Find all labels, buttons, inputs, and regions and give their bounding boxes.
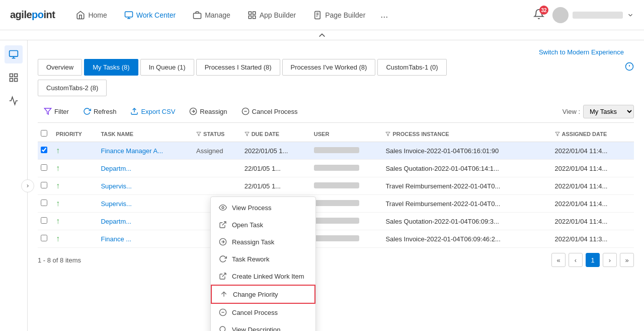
sidebar — [0, 40, 28, 331]
context-item-view-process[interactable]: View Process — [211, 199, 315, 216]
export-csv-button[interactable]: Export CSV — [124, 104, 181, 118]
table-row: ↑ Finance Manager A... Assigned 2022/01/… — [38, 142, 634, 160]
grid-icon-sidebar — [9, 73, 19, 83]
notification-badge: 32 — [539, 6, 548, 15]
sidebar-item-workcenter[interactable] — [5, 45, 23, 63]
tab-customtabs1[interactable]: CustomTabs-1 (0) — [377, 59, 446, 76]
collapse-handle[interactable] — [0, 30, 644, 40]
assigned-date-cell-5: 2022/01/04 11:3... — [552, 230, 634, 248]
tab-processes-worked[interactable]: Processes I've Worked (8) — [282, 59, 376, 76]
context-item-label-view-process: View Process — [232, 204, 272, 212]
external-link-icon — [219, 221, 227, 229]
nav-appbuilder[interactable]: App Builder — [242, 8, 302, 23]
context-item-reassign-task[interactable]: Reassign Task — [211, 233, 315, 250]
select-all-checkbox[interactable] — [41, 130, 47, 137]
tab-mytasks[interactable]: My Tasks (8) — [84, 59, 138, 76]
user-cell-4 — [311, 213, 383, 230]
context-item-create-linked[interactable]: Create Linked Work Item — [211, 268, 315, 285]
chevron-right-icon — [25, 183, 30, 188]
reassign-button[interactable]: Reassign — [183, 104, 233, 118]
task-link-2[interactable]: Supervis... — [101, 182, 131, 190]
row-checkbox-3[interactable] — [41, 200, 47, 206]
filter-button[interactable]: Filter — [38, 104, 75, 118]
svg-rect-6 — [249, 16, 251, 18]
context-item-change-priority[interactable]: Change Priority — [211, 285, 315, 304]
notifications-button[interactable]: 32 — [533, 9, 544, 21]
home-icon — [76, 11, 85, 20]
briefcase-icon — [193, 11, 202, 20]
nav-pagebuilder[interactable]: Page Builder — [307, 8, 371, 23]
top-nav: agilepoint Home Work Center Manage App B… — [0, 0, 644, 30]
task-link-4[interactable]: Departm... — [101, 218, 131, 225]
tab-processes-started[interactable]: Processes I Started (8) — [196, 59, 280, 76]
tab-overview[interactable]: Overview — [38, 59, 82, 76]
svg-marker-28 — [197, 132, 201, 136]
nav-workcenter[interactable]: Work Center — [118, 8, 182, 23]
priority-cell-0: ↑ — [53, 142, 98, 160]
content-area: Switch to Modern Experience Overview My … — [28, 40, 644, 331]
tab-customtabs2[interactable]: CustomTabs-2 (8) — [38, 80, 107, 96]
tab-info-icon[interactable] — [625, 62, 634, 73]
svg-marker-29 — [245, 132, 249, 136]
page-1-button[interactable]: 1 — [586, 253, 600, 267]
context-item-label-cancel-process: Cancel Process — [232, 309, 278, 316]
sidebar-toggle-button[interactable] — [21, 179, 34, 192]
context-item-cancel-process[interactable]: Cancel Process — [211, 304, 315, 321]
process-cell-4: Sales Quotation-2022-01-04T06:09:3... — [382, 213, 551, 230]
description-icon — [219, 325, 227, 331]
monitor-icon — [124, 11, 133, 20]
reassign-icon — [189, 107, 197, 115]
row-checkbox-1[interactable] — [41, 164, 47, 171]
filter-assigned-icon — [555, 131, 560, 137]
svg-line-33 — [222, 222, 226, 225]
main-layout: Switch to Modern Experience Overview My … — [0, 40, 644, 331]
process-cell-1: Sales Quotation-2022-01-04T06:14:1... — [382, 160, 551, 177]
due-date-cell-2: 22/01/05 1... — [242, 177, 311, 195]
export-icon — [130, 107, 138, 115]
nav-manage[interactable]: Manage — [187, 8, 236, 23]
task-link-0[interactable]: Finance Manager A... — [101, 147, 163, 155]
user-menu-button[interactable] — [552, 7, 634, 23]
context-item-label-view-description: View Description — [232, 326, 281, 332]
task-link-1[interactable]: Departm... — [101, 165, 131, 172]
context-item-label-reassign-task: Reassign Task — [232, 238, 274, 246]
filter-duedate-icon — [245, 131, 250, 137]
assigned-date-cell-4: 2022/01/04 11:4... — [552, 213, 634, 230]
prev-page-button[interactable]: ‹ — [569, 253, 583, 267]
first-page-button[interactable]: « — [551, 253, 566, 267]
svg-point-42 — [220, 326, 225, 331]
context-item-open-task[interactable]: Open Task — [211, 216, 315, 233]
rework-icon — [219, 255, 227, 263]
refresh-button[interactable]: Refresh — [77, 104, 123, 118]
linked-icon — [219, 272, 227, 280]
svg-marker-31 — [555, 132, 559, 136]
context-item-view-description[interactable]: View Description — [211, 321, 315, 331]
task-link-3[interactable]: Supervis... — [101, 200, 131, 208]
row-checkbox-2[interactable] — [41, 182, 47, 188]
task-link-5[interactable]: Finance ... — [101, 235, 131, 243]
switch-modern-link[interactable]: Switch to Modern Experience — [38, 45, 634, 59]
toolbar: Filter Refresh Export CSV Reassign Cance… — [38, 100, 634, 123]
nav-home[interactable]: Home — [70, 8, 113, 23]
sidebar-item-chart[interactable] — [5, 92, 23, 110]
last-page-button[interactable]: » — [620, 253, 634, 267]
row-checkbox-5[interactable] — [41, 235, 47, 241]
sidebar-item-grid[interactable] — [5, 69, 23, 87]
svg-rect-3 — [194, 13, 201, 19]
row-checkbox-0[interactable] — [41, 147, 47, 153]
next-page-button[interactable]: › — [603, 253, 617, 267]
row-checkbox-4[interactable] — [41, 217, 47, 224]
priority-cell-1: ↑ — [53, 160, 98, 177]
task-name-cell-0: Finance Manager A... — [98, 142, 193, 160]
cancel-process-button[interactable]: Cancel Process — [235, 104, 304, 118]
context-item-label-change-priority: Change Priority — [233, 291, 278, 298]
context-item-task-rework[interactable]: Task Rework — [211, 250, 315, 268]
more-nav-button[interactable]: ... — [376, 8, 392, 22]
reassign-icon — [219, 238, 227, 246]
logo: agilepoint — [10, 9, 55, 21]
priority-cell-4: ↑ — [53, 213, 98, 230]
logo-text: agilepoint — [10, 9, 55, 21]
view-select-dropdown[interactable]: My Tasks All Tasks Completed — [583, 105, 634, 118]
tab-inqueue[interactable]: In Queue (1) — [140, 59, 194, 76]
task-name-cell-2: Supervis... — [98, 177, 193, 195]
